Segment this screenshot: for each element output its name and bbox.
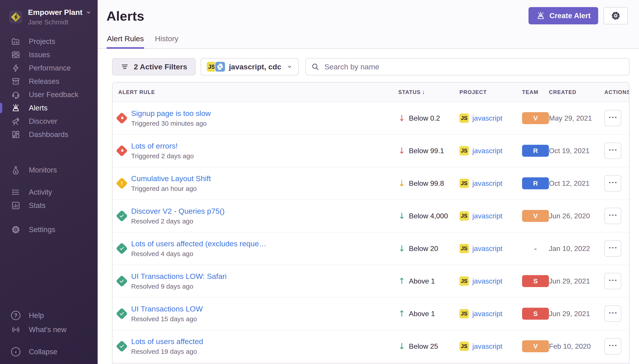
empower-plant-logo [9, 11, 22, 24]
alert-rule-link[interactable]: Lots of errors! [131, 142, 389, 150]
table-row: ! Lots of errors! Triggered 2 days ago ↓… [113, 134, 629, 167]
sidebar-item-issues[interactable]: Issues [0, 48, 98, 62]
column-status[interactable]: Status↓ [398, 89, 460, 96]
team-badge: S [522, 308, 549, 320]
ellipsis-icon: ⋯ [608, 243, 617, 252]
tab-history[interactable]: History [154, 34, 179, 49]
team-badge: S [522, 275, 549, 287]
severity-cell: ! [113, 114, 131, 122]
alert-rule-status-text: Triggered an hour ago [131, 185, 398, 192]
sidebar-item-performance[interactable]: Performance [0, 62, 98, 75]
severity-icon: ! [118, 212, 126, 220]
sidebar-item-settings[interactable]: Settings [0, 223, 98, 236]
sidebar-item-user-feedback[interactable]: User Feedback [0, 88, 98, 101]
sidebar-item-dashboards[interactable]: Dashboards [0, 128, 98, 141]
created-cell: Oct 12, 2021 [549, 179, 604, 188]
alert-rule-cell: Lots of errors! Triggered 2 days ago [131, 142, 398, 160]
sidebar-item-stats[interactable]: Stats [0, 199, 98, 212]
tab-alert-rules[interactable]: Alert Rules [107, 34, 144, 49]
active-filters-button[interactable]: 2 Active Filters [112, 58, 196, 75]
project-link[interactable]: javascript [472, 179, 502, 188]
sidebar-item-label: Issues [29, 50, 50, 59]
sidebar-item-whats-new[interactable]: What's new [0, 322, 98, 337]
javascript-badge: JS [460, 146, 469, 156]
severity-cell: ! [113, 212, 131, 220]
alert-rule-link[interactable]: Lots of users affected (excludes reque… [131, 240, 389, 248]
alert-settings-button[interactable] [603, 7, 628, 24]
sidebar-bottom-nav: ? Help What's new ‹ Collapse [0, 308, 98, 359]
alert-rule-status-text: Resolved 15 days ago [131, 315, 398, 323]
severity-cell: ! [113, 146, 131, 155]
active-tab-underline [107, 47, 144, 49]
row-actions-button[interactable]: ⋯ [604, 273, 621, 289]
sidebar-item-label: Discover [29, 117, 57, 126]
row-actions-button[interactable]: ⋯ [604, 240, 621, 257]
project-link[interactable]: javascript [472, 277, 502, 285]
active-item-indicator [0, 103, 2, 113]
javascript-badge: JS [460, 244, 469, 253]
severity-cell: ! [113, 179, 131, 188]
create-alert-button[interactable]: Create Alert [528, 7, 598, 24]
team-cell: R [522, 145, 549, 157]
sidebar-item-activity[interactable]: Activity [0, 186, 98, 199]
team-cell: S [522, 275, 549, 287]
search-field[interactable] [305, 58, 629, 75]
alert-rule-link[interactable]: Discover V2 - Queries p75() [131, 207, 389, 216]
row-actions-button[interactable]: ⋯ [604, 208, 621, 224]
alert-rule-link[interactable]: Lots of users affected [131, 337, 389, 346]
row-actions-button[interactable]: ⋯ [604, 338, 621, 354]
team-badge: R [522, 177, 549, 189]
severity-icon: ! [118, 277, 126, 285]
row-actions-button[interactable]: ⋯ [604, 110, 621, 126]
org-switcher[interactable]: Empower Plant Jane Schmidt [0, 0, 98, 26]
sidebar-item-label: Monitors [29, 166, 57, 174]
alert-rule-cell: Signup page is too slow Triggered 30 min… [131, 109, 398, 127]
platform-badges: JS [207, 62, 225, 72]
created-cell: Oct 19, 2021 [549, 147, 604, 155]
sidebar-item-discover[interactable]: Discover [0, 114, 98, 128]
alert-rule-link[interactable]: UI Transactions LOW [131, 304, 389, 313]
archive-box-icon [11, 77, 21, 86]
alert-rule-link[interactable]: UI Transactions LOW: Safari [131, 272, 389, 281]
created-cell: Jan 10, 2022 [549, 244, 604, 253]
row-actions-button[interactable]: ⋯ [604, 306, 621, 322]
sidebar-item-alerts[interactable]: Alerts [0, 101, 98, 114]
check-icon [119, 344, 125, 349]
project-link[interactable]: javascript [472, 114, 502, 122]
column-alert-rule[interactable]: Alert Rule [113, 89, 398, 95]
alert-rule-link[interactable]: Signup page is too slow [131, 109, 389, 118]
javascript-badge: JS [460, 114, 469, 123]
sidebar: Empower Plant Jane Schmidt Projects Issu… [0, 0, 98, 364]
project-link[interactable]: javascript [472, 310, 502, 318]
project-link[interactable]: javascript [472, 147, 502, 155]
sidebar-item-projects[interactable]: Projects [0, 35, 98, 48]
project-selector-dropdown[interactable]: JS javascript, cdc [201, 58, 299, 75]
project-link[interactable]: javascript [472, 212, 502, 220]
actions-cell: ⋯ [604, 175, 629, 192]
ellipsis-icon: ⋯ [608, 276, 617, 284]
project-link[interactable]: javascript [472, 244, 502, 253]
status-cell: ↑ Above 1 [398, 277, 460, 285]
row-actions-button[interactable]: ⋯ [604, 175, 621, 192]
project-link[interactable]: javascript [472, 342, 502, 350]
alert-rule-cell: Cumulative Layout Shift Triggered an hou… [131, 174, 398, 192]
column-project[interactable]: Project [460, 89, 522, 95]
sidebar-collapse-button[interactable]: ‹ Collapse [0, 345, 98, 359]
sidebar-item-monitors[interactable]: Monitors [0, 164, 98, 177]
table-row: ! UI Transactions LOW Resolved 15 days a… [113, 298, 629, 330]
column-team[interactable]: Team [522, 89, 549, 95]
flame-icon [119, 148, 125, 154]
status-cell: ↓ Below 20 [398, 244, 460, 253]
sidebar-item-label: Stats [29, 201, 46, 210]
severity-icon: ! [118, 114, 126, 122]
actions-cell: ⋯ [604, 338, 629, 354]
alert-rule-link[interactable]: Cumulative Layout Shift [131, 174, 389, 183]
search-input[interactable] [325, 62, 624, 71]
sidebar-item-releases[interactable]: Releases [0, 75, 98, 88]
column-created[interactable]: Created [549, 89, 604, 95]
status-arrow: ↑ [398, 310, 405, 318]
row-actions-button[interactable]: ⋯ [604, 142, 621, 159]
team-cell: V [522, 112, 549, 124]
team-badge: V [522, 340, 549, 352]
sidebar-item-help[interactable]: ? Help [0, 308, 98, 322]
